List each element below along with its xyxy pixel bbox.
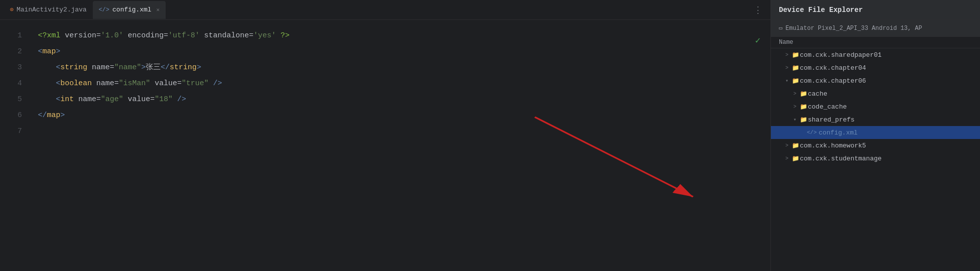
xml-decl-open: <?xml bbox=[38, 28, 60, 44]
folder-icon: 📁 bbox=[791, 64, 800, 72]
item-name: com.cxk.chapter06 bbox=[800, 77, 866, 85]
more-tabs-button[interactable]: ⋮ bbox=[749, 4, 766, 15]
code-line-5: < int name= "age" value= "18" /> bbox=[30, 92, 770, 108]
expand-icon: > bbox=[783, 143, 791, 148]
column-header-name: Name bbox=[771, 37, 980, 48]
item-name: com.cxk.sharedpaper01 bbox=[800, 51, 882, 59]
expand-icon: ▾ bbox=[791, 117, 799, 123]
code-line-3: < string name= "name" > 张三 </ string > bbox=[30, 60, 770, 76]
line-num-5: 5 bbox=[0, 92, 22, 108]
expand-icon: > bbox=[783, 156, 791, 161]
expand-icon: > bbox=[783, 52, 791, 58]
code-content[interactable]: <?xml version= '1.0' encoding= 'utf-8' s… bbox=[30, 20, 770, 271]
line-num-3: 3 bbox=[0, 60, 22, 76]
tree-item-studentmanage[interactable]: > 📁 com.cxk.studentmanage bbox=[771, 152, 980, 165]
line-num-6: 6 bbox=[0, 108, 22, 124]
close-tab-button[interactable]: ✕ bbox=[156, 6, 160, 13]
explorer-title: Device File Explorer bbox=[779, 6, 863, 14]
folder-icon: 📁 bbox=[799, 116, 808, 124]
folder-icon: 📁 bbox=[799, 90, 808, 98]
tab-xml[interactable]: </> config.xml ✕ bbox=[93, 1, 166, 19]
code-line-2: <map> bbox=[30, 44, 770, 60]
tree-item-sharedpaper[interactable]: > 📁 com.cxk.sharedpaper01 bbox=[771, 48, 980, 61]
item-name: cache bbox=[808, 90, 827, 98]
tree-item-config-xml[interactable]: </> config.xml bbox=[771, 126, 980, 139]
xml-file-icon: </> bbox=[807, 130, 817, 136]
tree-item-cache[interactable]: > 📁 cache bbox=[771, 87, 980, 100]
file-tree[interactable]: > 📁 com.cxk.sharedpaper01 > 📁 com.cxk.ch… bbox=[771, 48, 980, 271]
expand-icon: ▾ bbox=[783, 78, 791, 84]
tree-item-shared-prefs[interactable]: ▾ 📁 shared_prefs bbox=[771, 113, 980, 126]
line-num-4: 4 bbox=[0, 76, 22, 92]
emulator-bar: ▭ Emulator Pixel_2_API_33 Android 13, AP bbox=[771, 20, 980, 37]
code-line-4: < boolean name= "isMan" value= "true" /> bbox=[30, 76, 770, 92]
line-numbers: 1 2 3 4 5 6 7 bbox=[0, 20, 30, 271]
tree-item-code-cache[interactable]: > 📁 code_cache bbox=[771, 100, 980, 113]
item-name: config.xml bbox=[819, 129, 858, 136]
code-line-6: </ map > bbox=[30, 108, 770, 124]
code-editor: 1 2 3 4 5 6 7 <?xml version= '1.0' encod… bbox=[0, 20, 770, 271]
line-num-1: 1 bbox=[0, 28, 22, 44]
emulator-device-icon: ▭ bbox=[779, 24, 782, 32]
editor-area: ⊙ MainActivity2.java </> config.xml ✕ ⋮ … bbox=[0, 0, 770, 271]
tab-bar: ⊙ MainActivity2.java </> config.xml ✕ ⋮ bbox=[0, 0, 770, 20]
xml-tab-icon: </> bbox=[99, 6, 110, 13]
code-line-7 bbox=[30, 124, 770, 139]
java-tab-icon: ⊙ bbox=[10, 6, 13, 13]
folder-icon: 📁 bbox=[791, 77, 800, 85]
explorer-header: Device File Explorer bbox=[771, 0, 980, 20]
line-num-7: 7 bbox=[0, 124, 22, 139]
tree-item-homework5[interactable]: > 📁 com.cxk.homework5 bbox=[771, 139, 980, 152]
file-explorer-panel: Device File Explorer ▭ Emulator Pixel_2_… bbox=[770, 0, 980, 271]
item-name: code_cache bbox=[808, 103, 847, 111]
folder-icon: 📁 bbox=[791, 155, 800, 162]
validation-checkmark: ✓ bbox=[755, 33, 760, 49]
java-tab-label: MainActivity2.java bbox=[16, 6, 86, 13]
expand-icon: > bbox=[783, 65, 791, 71]
tree-item-chapter06[interactable]: ▾ 📁 com.cxk.chapter06 bbox=[771, 74, 980, 87]
item-name: com.cxk.studentmanage bbox=[800, 155, 882, 162]
code-line-1: <?xml version= '1.0' encoding= 'utf-8' s… bbox=[30, 28, 770, 44]
item-name: com.cxk.homework5 bbox=[800, 142, 866, 149]
folder-icon: 📁 bbox=[791, 142, 800, 149]
expand-icon: > bbox=[791, 91, 799, 97]
tab-java[interactable]: ⊙ MainActivity2.java bbox=[4, 1, 93, 19]
folder-icon: 📁 bbox=[799, 103, 808, 111]
xml-tab-label: config.xml bbox=[112, 6, 151, 13]
item-name: com.cxk.chapter04 bbox=[800, 64, 866, 72]
expand-icon: > bbox=[791, 104, 799, 110]
tree-item-chapter04[interactable]: > 📁 com.cxk.chapter04 bbox=[771, 61, 980, 74]
line-num-2: 2 bbox=[0, 44, 22, 60]
item-name: shared_prefs bbox=[808, 116, 855, 124]
folder-icon: 📁 bbox=[791, 51, 800, 59]
emulator-label: Emulator Pixel_2_API_33 Android 13, AP bbox=[785, 25, 922, 32]
